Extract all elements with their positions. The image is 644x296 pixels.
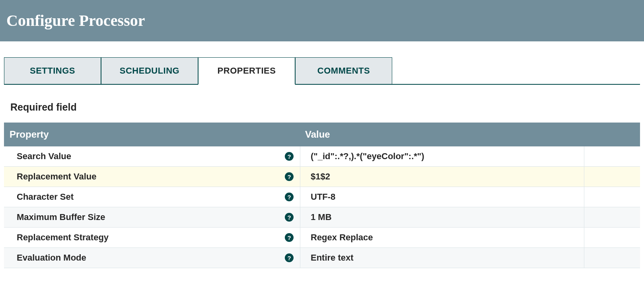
- property-cell: Search Value ?: [4, 146, 300, 166]
- table-row[interactable]: Maximum Buffer Size ? 1 MB: [4, 207, 640, 228]
- divider: [584, 167, 584, 187]
- property-value: Regex Replace: [311, 232, 640, 243]
- table-row[interactable]: Replacement Value ? $1$2: [4, 167, 640, 187]
- help-icon[interactable]: ?: [285, 193, 294, 201]
- dialog-title: Configure Processor: [6, 11, 145, 30]
- tab-comments[interactable]: COMMENTS: [295, 57, 392, 84]
- property-value: $1$2: [311, 171, 640, 182]
- property-cell: Evaluation Mode ?: [4, 248, 300, 268]
- help-icon[interactable]: ?: [285, 233, 294, 242]
- value-cell[interactable]: Regex Replace: [300, 228, 640, 247]
- divider: [584, 187, 584, 207]
- table-row[interactable]: Search Value ? ("_id":.*?,).*("eyeColor"…: [4, 146, 640, 167]
- help-icon[interactable]: ?: [285, 253, 294, 262]
- table-row[interactable]: Character Set ? UTF-8: [4, 187, 640, 207]
- property-name: Maximum Buffer Size: [17, 212, 285, 222]
- table-row[interactable]: Evaluation Mode ? Entire text: [4, 248, 640, 268]
- property-value: ("_id":.*?,).*("eyeColor":.*"): [311, 151, 640, 162]
- properties-table: Property Value Search Value ? ("_id":.*?…: [4, 123, 640, 268]
- value-cell[interactable]: $1$2: [300, 167, 640, 187]
- help-icon[interactable]: ?: [285, 152, 294, 161]
- tab-settings[interactable]: SETTINGS: [4, 57, 101, 84]
- property-cell: Maximum Buffer Size ?: [4, 207, 300, 227]
- tab-label: PROPERTIES: [218, 66, 276, 76]
- value-cell[interactable]: ("_id":.*?,).*("eyeColor":.*"): [300, 146, 640, 166]
- property-value: UTF-8: [311, 192, 640, 202]
- property-cell: Replacement Strategy ?: [4, 228, 300, 247]
- property-cell: Character Set ?: [4, 187, 300, 207]
- tab-scheduling[interactable]: SCHEDULING: [101, 57, 198, 84]
- required-field-label: Required field: [10, 101, 640, 113]
- property-cell: Replacement Value ?: [4, 167, 300, 187]
- content-area: Required field Property Value Search Val…: [0, 101, 644, 268]
- property-name: Replacement Value: [17, 171, 285, 182]
- table-header: Property Value: [4, 123, 640, 146]
- property-name: Character Set: [17, 192, 285, 202]
- column-header-value: Value: [300, 123, 640, 146]
- divider: [584, 248, 584, 268]
- divider: [584, 146, 584, 166]
- tab-properties[interactable]: PROPERTIES: [198, 57, 295, 85]
- help-icon[interactable]: ?: [285, 172, 294, 181]
- tab-bar: SETTINGS SCHEDULING PROPERTIES COMMENTS: [4, 57, 640, 85]
- tabs-container: SETTINGS SCHEDULING PROPERTIES COMMENTS: [0, 57, 644, 85]
- tab-label: SCHEDULING: [120, 66, 179, 76]
- property-name: Search Value: [17, 151, 285, 162]
- value-cell[interactable]: UTF-8: [300, 187, 640, 207]
- divider: [584, 228, 584, 247]
- column-header-property: Property: [4, 123, 300, 146]
- divider: [584, 207, 584, 227]
- property-name: Evaluation Mode: [17, 253, 285, 263]
- tab-label: COMMENTS: [317, 66, 370, 76]
- dialog-header: Configure Processor: [0, 0, 644, 41]
- property-name: Replacement Strategy: [17, 232, 285, 243]
- property-value: Entire text: [311, 253, 640, 263]
- value-cell[interactable]: Entire text: [300, 248, 640, 268]
- property-value: 1 MB: [311, 212, 640, 222]
- tab-label: SETTINGS: [30, 66, 75, 76]
- value-cell[interactable]: 1 MB: [300, 207, 640, 227]
- help-icon[interactable]: ?: [285, 213, 294, 222]
- table-row[interactable]: Replacement Strategy ? Regex Replace: [4, 228, 640, 248]
